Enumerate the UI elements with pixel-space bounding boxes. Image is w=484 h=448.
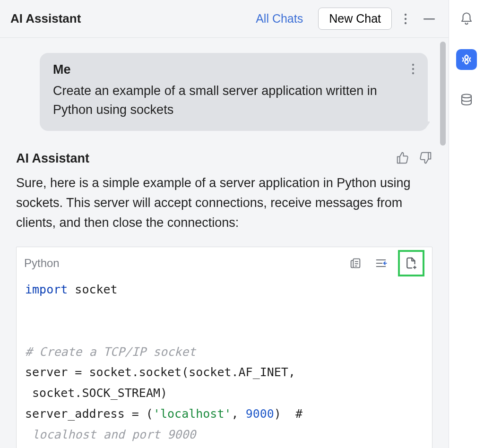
assistant-message-text: Sure, here is a simple example of a serv…	[16, 173, 432, 233]
svg-point-2	[405, 22, 406, 24]
database-tool-icon[interactable]	[456, 90, 477, 111]
message-more-icon[interactable]	[412, 63, 415, 77]
code-body[interactable]: import socket # Create a TCP/IP socket s…	[17, 276, 432, 448]
user-message-text: Create an example of a small server appl…	[53, 82, 415, 120]
app-title: AI Assistant	[10, 11, 81, 26]
create-file-from-snippet-icon[interactable]	[398, 250, 424, 276]
svg-point-4	[412, 63, 414, 65]
notifications-icon[interactable]	[456, 9, 477, 29]
user-message-bubble: Me Create an example of a small server a…	[40, 53, 428, 131]
user-author-label: Me	[53, 62, 71, 77]
code-language-label: Python	[24, 257, 60, 270]
copy-code-icon[interactable]	[347, 255, 364, 272]
svg-point-14	[462, 95, 471, 98]
assistant-author-label: AI Assistant	[16, 151, 89, 166]
insert-at-caret-icon[interactable]	[372, 255, 389, 272]
topbar: AI Assistant All Chats New Chat	[0, 0, 449, 38]
all-chats-link[interactable]: All Chats	[256, 12, 303, 26]
more-menu-icon[interactable]	[396, 9, 415, 29]
svg-point-1	[405, 17, 406, 19]
minimize-icon[interactable]	[419, 9, 439, 29]
chat-scroll-area: Me Create an example of a small server a…	[0, 38, 449, 448]
scrollbar-thumb[interactable]	[440, 42, 446, 146]
svg-point-0	[405, 13, 406, 15]
svg-point-6	[412, 72, 414, 74]
new-chat-button[interactable]: New Chat	[318, 8, 392, 30]
right-tool-rail	[449, 0, 484, 448]
thumbs-up-icon[interactable]	[396, 151, 410, 167]
code-block: Python import socket # Cr	[16, 247, 432, 448]
svg-rect-3	[424, 18, 435, 20]
thumbs-down-icon[interactable]	[418, 151, 432, 167]
ai-assistant-tool-icon[interactable]	[456, 49, 477, 70]
svg-point-5	[412, 68, 414, 69]
assistant-message: AI Assistant Sure, here is a simple exam…	[16, 151, 432, 448]
